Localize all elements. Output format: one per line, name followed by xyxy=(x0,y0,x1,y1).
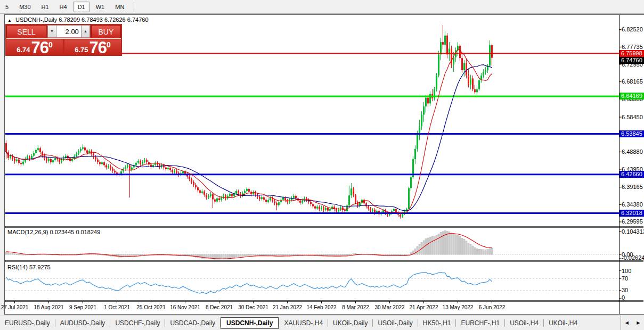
price-tick-label: 6.29595 xyxy=(622,218,643,225)
price-tick-label: 6.68165 xyxy=(622,78,643,85)
macd-tick-label: 0.104313 xyxy=(622,228,644,235)
macd-values: 0.023445 0.018249 xyxy=(50,229,100,235)
price-level-badge: 6.42660 xyxy=(619,171,644,178)
price-tick-label: 6.58450 xyxy=(622,114,643,121)
price-tick-label: 6.34380 xyxy=(622,201,643,208)
date-label: 30 Dec 2021 xyxy=(238,304,268,310)
rsi-name: RSI(14) xyxy=(7,264,28,270)
price-tick-label: 6.39165 xyxy=(622,184,643,191)
date-label: 6 Jun 2022 xyxy=(479,304,506,310)
price-level-badge: 6.53845 xyxy=(619,130,644,137)
volume-up-icon[interactable]: ▲ xyxy=(81,25,90,38)
buy-price-small: 6.75 xyxy=(75,46,88,54)
sell-price-sup: 0 xyxy=(48,40,53,49)
buy-button[interactable]: BUY xyxy=(91,25,121,38)
tab-scroll-left-icon[interactable]: ◀ xyxy=(623,319,631,326)
macd-indicator-label: MACD(12,26,9) 0.023445 0.018249 xyxy=(7,229,100,235)
date-label: 21 Jan 2022 xyxy=(273,304,302,310)
date-label: 30 Mar 2022 xyxy=(374,304,404,310)
rsi-tick-label: 0 xyxy=(622,294,625,301)
sell-price-big: 76 xyxy=(31,41,48,55)
one-click-trade-widget: SELL ▼ ▲ BUY 6.74 76 0 6.75 76 0 xyxy=(5,24,122,56)
date-label: 8 Mar 2022 xyxy=(342,304,369,310)
price-level-badge: 6.32018 xyxy=(619,210,644,217)
date-label: 18 Aug 2021 xyxy=(34,304,63,310)
collapse-triangle-icon[interactable]: ▲ xyxy=(7,18,12,23)
rsi-tick-label: 30 xyxy=(622,287,628,294)
date-label: 1 Oct 2021 xyxy=(104,304,130,310)
macd-name: MACD(12,26,9) xyxy=(7,229,48,235)
trading-platform-window: 5M30H1H4D1W1MN ▲ USDCNH-,Daily 6.78209 6… xyxy=(0,0,644,330)
date-label: 9 Sep 2021 xyxy=(69,304,96,310)
tab-scroll-arrows: ◀ ▶ xyxy=(621,316,644,330)
rsi-tick-label: 70 xyxy=(622,275,628,282)
date-label: 14 Feb 2022 xyxy=(306,304,336,310)
chart-symbol-period: USDCNH-,Daily xyxy=(15,16,57,23)
date-label: 16 Nov 2021 xyxy=(170,304,200,310)
macd-tick-label: -0.026249 xyxy=(622,254,644,261)
chart-title: ▲ USDCNH-,Daily 6.78209 6.78493 6.72626 … xyxy=(7,16,149,23)
volume-stepper: ▼ ▲ xyxy=(47,25,90,38)
price-tick-label: 6.48880 xyxy=(622,148,643,155)
rsi-indicator-label: RSI(14) 57.9275 xyxy=(7,264,51,270)
date-label: 25 Oct 2021 xyxy=(136,304,165,310)
buy-price-sup: 0 xyxy=(107,40,111,49)
buy-price-big: 76 xyxy=(89,41,107,55)
tab-scroll-right-icon[interactable]: ▶ xyxy=(634,319,642,326)
price-tick-label: 6.82520 xyxy=(622,26,643,33)
volume-down-icon[interactable]: ▼ xyxy=(47,25,56,38)
chart-ohlc-values: 6.78209 6.78493 6.72626 6.74760 xyxy=(59,16,148,23)
current-price-badge: 6.74760 xyxy=(619,57,644,64)
volume-input[interactable] xyxy=(56,25,81,38)
rsi-value: 57.9275 xyxy=(29,264,51,270)
sell-price-quote[interactable]: 6.74 76 0 xyxy=(6,39,63,55)
date-label: 8 Dec 2021 xyxy=(206,304,233,310)
sell-price-small: 6.74 xyxy=(17,46,30,54)
date-label: 27 Jul 2021 xyxy=(1,304,29,310)
sell-button[interactable]: SELL xyxy=(6,25,46,38)
date-label: 21 Apr 2022 xyxy=(410,304,438,310)
date-label: 13 May 2022 xyxy=(443,304,474,310)
price-level-badge: 6.75998 xyxy=(619,50,644,57)
buy-price-quote[interactable]: 6.75 76 0 xyxy=(64,39,121,55)
rsi-tick-label: 100 xyxy=(622,268,631,275)
price-level-badge: 6.64169 xyxy=(619,93,644,100)
